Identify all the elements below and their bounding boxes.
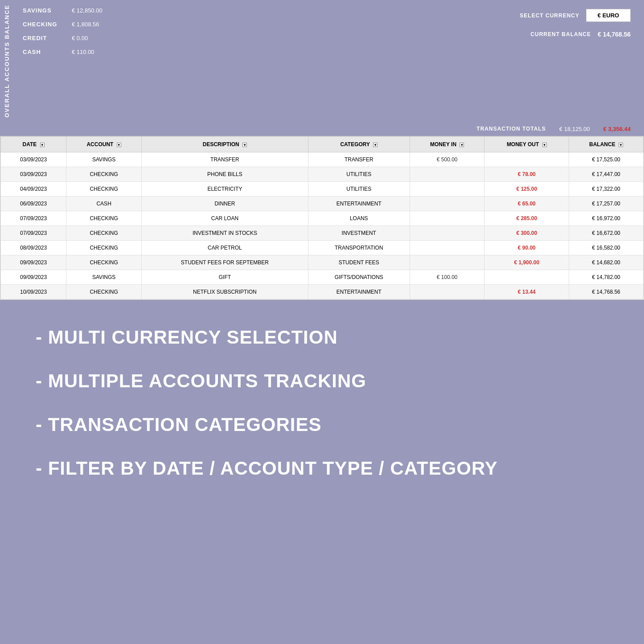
table-cell: € 500.00 [410, 152, 484, 167]
table-cell: ELECTRICITY [142, 181, 308, 196]
current-balance-row: CURRENT BALANCE € 14,768.56 [530, 31, 631, 38]
feature-item-3: - FILTER BY DATE / ACCOUNT TYPE / CATEGO… [36, 458, 608, 479]
header-account: ACCOUNT ▼ [66, 136, 142, 152]
table-cell: TRANSFER [142, 152, 308, 167]
transactions-table-wrapper: DATE ▼ ACCOUNT ▼ DESCRIPTION ▼ CATEGORY … [0, 136, 644, 300]
header-money-in: MONEY IN ▼ [410, 136, 484, 152]
account-row-checking: CHECKING € 1,808.56 [23, 18, 125, 30]
money-in-filter-icon[interactable]: ▼ [459, 143, 464, 147]
table-cell: CHECKING [66, 255, 142, 270]
date-filter-icon[interactable]: ▼ [40, 143, 45, 147]
table-cell: CHECKING [66, 284, 142, 299]
table-cell: 09/09/2023 [1, 270, 66, 284]
account-value-savings: € 12,850.00 [72, 7, 125, 14]
table-cell: INVESTMENT IN STOCKS [142, 226, 308, 240]
account-filter-icon[interactable]: ▼ [117, 143, 121, 147]
table-cell: 03/09/2023 [1, 167, 66, 181]
balance-filter-icon[interactable]: ▼ [619, 143, 623, 147]
category-filter-icon[interactable]: ▼ [373, 143, 377, 147]
table-cell: CHECKING [66, 167, 142, 181]
table-cell: € 17,322.00 [569, 181, 644, 196]
table-cell: € 90.00 [484, 240, 569, 255]
header-balance: BALANCE ▼ [569, 136, 644, 152]
table-row: 09/09/2023SAVINGSGIFTGIFTS/DONATIONS€ 10… [1, 270, 644, 284]
top-section: OVERALL ACCOUNTS BALANCE SAVINGS € 12,85… [0, 0, 644, 122]
description-filter-icon[interactable]: ▼ [242, 143, 247, 147]
current-balance-label: CURRENT BALANCE [530, 31, 591, 37]
feature-item-0: - MULTI CURRENCY SELECTION [36, 327, 608, 348]
table-cell: 09/09/2023 [1, 255, 66, 270]
table-row: 04/09/2023CHECKINGELECTRICITYUTILITIES€ … [1, 181, 644, 196]
table-cell: 07/09/2023 [1, 226, 66, 240]
transaction-totals-row: TRANSACTION TOTALS € 18,125.00 € 3,356.4… [0, 122, 644, 136]
table-cell: STUDENT FEES FOR SEPTEMBER [142, 255, 308, 270]
table-cell [410, 181, 484, 196]
table-cell: ENTERTAINMENT [308, 196, 410, 211]
table-cell: TRANSPORTATION [308, 240, 410, 255]
table-row: 07/09/2023CHECKINGCAR LOANLOANS€ 285.00€… [1, 211, 644, 226]
table-cell [410, 226, 484, 240]
table-cell: STUDENT FEES [308, 255, 410, 270]
transaction-totals-money-in: € 18,125.00 [559, 126, 590, 132]
table-cell: € 100.00 [410, 270, 484, 284]
transactions-table: DATE ▼ ACCOUNT ▼ DESCRIPTION ▼ CATEGORY … [0, 136, 644, 299]
table-cell: UTILITIES [308, 167, 410, 181]
right-panel: SELECT CURRENCY € EURO CURRENT BALANCE €… [520, 9, 631, 38]
table-cell: € 16,582.00 [569, 240, 644, 255]
table-row: 08/09/2023CHECKINGCAR PETROLTRANSPORTATI… [1, 240, 644, 255]
table-cell [410, 255, 484, 270]
feature-item-2: - TRANSACTION CATEGORIES [36, 414, 608, 435]
table-cell: € 17,525.00 [569, 152, 644, 167]
table-cell: GIFTS/DONATIONS [308, 270, 410, 284]
account-name-checking: CHECKING [23, 21, 63, 28]
header-category: CATEGORY ▼ [308, 136, 410, 152]
table-row: 07/09/2023CHECKINGINVESTMENT IN STOCKSIN… [1, 226, 644, 240]
table-cell: 03/09/2023 [1, 152, 66, 167]
table-cell: CAR PETROL [142, 240, 308, 255]
account-value-checking: € 1,808.56 [72, 21, 125, 28]
table-cell: CHECKING [66, 211, 142, 226]
table-cell [410, 211, 484, 226]
table-cell: 06/09/2023 [1, 196, 66, 211]
table-cell: INVESTMENT [308, 226, 410, 240]
table-cell [484, 152, 569, 167]
table-cell: NETFLIX SUBSCRIPTION [142, 284, 308, 299]
account-row-credit: CREDIT € 0.00 [23, 32, 125, 44]
table-cell: € 16,672.00 [569, 226, 644, 240]
header-money-out: MONEY OUT ▼ [484, 136, 569, 152]
table-cell: LOANS [308, 211, 410, 226]
table-cell: TRANSFER [308, 152, 410, 167]
header-description: DESCRIPTION ▼ [142, 136, 308, 152]
table-cell: GIFT [142, 270, 308, 284]
account-value-credit: € 0.00 [72, 35, 125, 41]
table-cell [410, 167, 484, 181]
table-cell: 07/09/2023 [1, 211, 66, 226]
table-cell: SAVINGS [66, 152, 142, 167]
table-cell: € 16,972.00 [569, 211, 644, 226]
table-cell: CHECKING [66, 226, 142, 240]
currency-selector: SELECT CURRENCY € EURO [520, 9, 631, 22]
features-section: - MULTI CURRENCY SELECTION - MULTIPLE AC… [0, 300, 644, 506]
account-name-savings: SAVINGS [23, 7, 63, 14]
accounts-info: SAVINGS € 12,850.00 CHECKING € 1,808.56 … [14, 0, 134, 122]
table-cell [484, 270, 569, 284]
currency-button[interactable]: € EURO [586, 9, 631, 22]
table-cell: € 13.44 [484, 284, 569, 299]
currency-label: SELECT CURRENCY [520, 12, 579, 19]
table-cell: PHONE BILLS [142, 167, 308, 181]
table-cell: CAR LOAN [142, 211, 308, 226]
table-cell: € 17,447.00 [569, 167, 644, 181]
table-cell: 08/09/2023 [1, 240, 66, 255]
sidebar-label: OVERALL ACCOUNTS BALANCE [0, 0, 14, 122]
table-cell: 10/09/2023 [1, 284, 66, 299]
account-row-cash: CASH € 110.00 [23, 46, 125, 58]
table-cell [410, 196, 484, 211]
header-date: DATE ▼ [1, 136, 66, 152]
account-name-credit: CREDIT [23, 35, 63, 41]
table-cell: SAVINGS [66, 270, 142, 284]
current-balance-value: € 14,768.56 [598, 31, 631, 38]
money-out-filter-icon[interactable]: ▼ [542, 143, 547, 147]
transaction-totals-label: TRANSACTION TOTALS [476, 126, 546, 132]
table-cell: 04/09/2023 [1, 181, 66, 196]
table-cell: ENTERTAINMENT [308, 284, 410, 299]
